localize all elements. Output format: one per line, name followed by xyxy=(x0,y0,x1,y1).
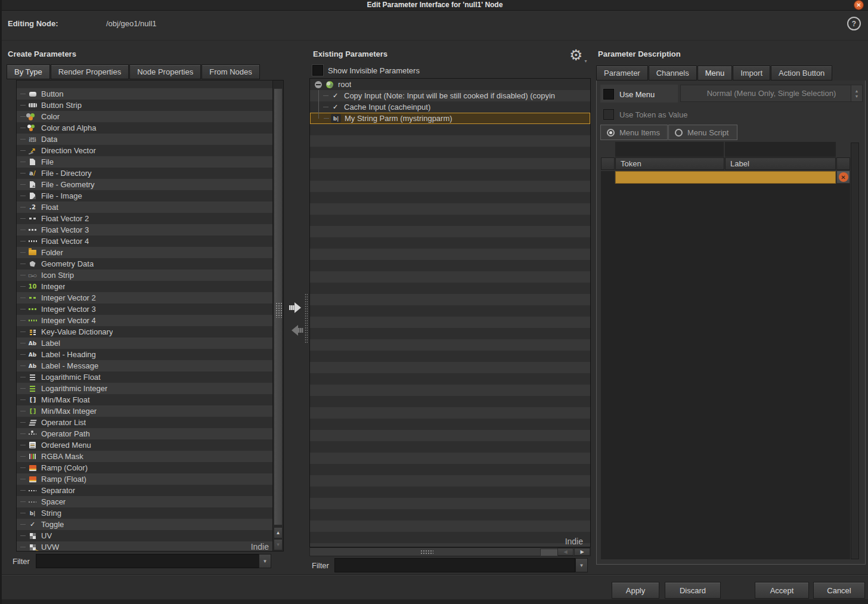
type-item-file-geometry[interactable]: File - Geometry xyxy=(17,179,274,190)
menu-item-row-selected[interactable] xyxy=(615,171,836,184)
tab-channels[interactable]: Channels xyxy=(649,66,697,80)
menu-script-radio[interactable]: Menu Script xyxy=(668,125,737,140)
type-item-data[interactable]: Data xyxy=(17,134,274,145)
type-item-integer-vector-4[interactable]: Integer Vector 4 xyxy=(17,315,274,326)
partial-scrolled-row[interactable] xyxy=(17,80,274,88)
type-item-float-vector-2[interactable]: Float Vector 2 xyxy=(17,213,274,224)
type-item-float-vector-3[interactable]: Float Vector 3 xyxy=(17,224,274,236)
type-item-folder[interactable]: Folder xyxy=(17,247,274,258)
tab-import[interactable]: Import xyxy=(733,66,770,80)
type-item-label-heading[interactable]: Label - Heading xyxy=(17,349,274,360)
help-icon[interactable]: ? xyxy=(847,17,861,30)
type-item-min-max-float[interactable]: Min/Max Float xyxy=(17,394,274,405)
type-item-rgba-mask[interactable]: RGBA Mask xyxy=(17,451,274,462)
middle-filter-dropdown-icon[interactable]: ▼ xyxy=(575,558,588,572)
type-item-color-and-alpha[interactable]: Color and Alpha xyxy=(17,122,274,134)
tree-connector xyxy=(20,173,26,174)
type-item-toggle[interactable]: Toggle xyxy=(17,519,274,530)
middle-filter-input[interactable] xyxy=(334,558,575,572)
type-item-label-message[interactable]: Label - Message xyxy=(17,360,274,371)
use-menu-label: Use Menu xyxy=(619,90,655,99)
left-filter-input[interactable] xyxy=(36,554,259,568)
collapse-icon[interactable] xyxy=(315,81,322,88)
close-icon[interactable]: ✕ xyxy=(854,1,863,10)
menu-items-radio[interactable]: Menu Items xyxy=(600,125,668,140)
scroll-right-icon[interactable]: ▶ xyxy=(574,548,590,556)
existing-parm-copy-input[interactable]: Copy Input (Note: Input will be still co… xyxy=(310,90,590,101)
buttonstrip-icon xyxy=(27,101,38,110)
type-item-ramp-float[interactable]: Ramp (Float) xyxy=(17,473,274,485)
existing-parm-my-string-parm[interactable]: My String Parm (mystringparm) xyxy=(310,113,590,124)
tab-from-nodes[interactable]: From Nodes xyxy=(202,64,260,79)
tree-root-row[interactable]: root xyxy=(310,79,590,90)
show-invisible-checkbox[interactable] xyxy=(312,65,323,76)
type-item-integer[interactable]: Integer xyxy=(17,281,274,292)
type-item-logarithmic-integer[interactable]: Logarithmic Integer xyxy=(17,383,274,394)
scroll-left-icon[interactable]: ◀ xyxy=(557,548,574,556)
type-item-ordered-menu[interactable]: Ordered Menu xyxy=(17,439,274,451)
type-item-key-value-dictionary[interactable]: Key-Value Dictionary xyxy=(17,326,274,337)
type-item-operator-path[interactable]: Operator Path xyxy=(17,428,274,439)
type-item-button-strip[interactable]: Button Strip xyxy=(17,100,274,111)
table-corner-cell xyxy=(836,157,850,170)
menu-type-dropdown[interactable]: Normal (Menu Only, Single Selection) ▲▼ xyxy=(680,85,863,102)
type-item-spacer[interactable]: Spacer xyxy=(17,496,274,507)
move-left-arrow-icon[interactable] xyxy=(289,325,303,336)
type-item-operator-list[interactable]: Operator List xyxy=(17,417,274,428)
type-item-integer-vector-3[interactable]: Integer Vector 3 xyxy=(17,303,274,315)
type-item-float-vector-4[interactable]: Float Vector 4 xyxy=(17,236,274,247)
type-item-icon-strip[interactable]: Icon Strip xyxy=(17,270,274,281)
type-item-color[interactable]: Color xyxy=(17,111,274,122)
left-filter-dropdown-icon[interactable]: ▼ xyxy=(259,554,271,568)
type-item-string[interactable]: String xyxy=(17,507,274,519)
type-item-file-image[interactable]: File - Image xyxy=(17,190,274,202)
type-item-uv[interactable]: UV xyxy=(17,530,274,541)
existing-parm-cache-input[interactable]: Cache Input (cacheinput) xyxy=(310,101,590,113)
token-column-header: Token xyxy=(615,157,724,170)
type-item-logarithmic-float[interactable]: Logarithmic Float xyxy=(17,371,274,383)
move-right-arrow-icon[interactable] xyxy=(289,302,303,313)
uv-icon xyxy=(27,531,38,540)
table-scrollbar[interactable] xyxy=(851,143,859,559)
delete-row-button[interactable]: ✕ xyxy=(836,171,850,184)
type-item-separator[interactable]: Separator xyxy=(17,485,274,496)
cancel-button[interactable]: Cancel xyxy=(813,582,865,599)
tab-menu[interactable]: Menu xyxy=(698,66,733,80)
left-scrollbar-thumb[interactable] xyxy=(274,88,283,525)
type-item-geometry-data[interactable]: Geometry Data xyxy=(17,258,274,270)
use-menu-checkbox[interactable] xyxy=(603,89,614,100)
type-item-float[interactable]: Float xyxy=(17,202,274,213)
tab-action-button[interactable]: Action Button xyxy=(771,66,832,80)
type-item-direction-vector[interactable]: Direction Vector xyxy=(17,145,274,156)
panel-splitter-grip[interactable] xyxy=(305,293,308,343)
existing-parameters-tree: root Copy Input (Note: Input will be sti… xyxy=(309,78,591,547)
type-item-file-directory[interactable]: File - Directory xyxy=(17,168,274,179)
scroll-up-icon[interactable]: ▲ xyxy=(274,527,283,538)
tab-render-properties[interactable]: Render Properties xyxy=(51,64,129,79)
tree-root-label: root xyxy=(338,80,351,89)
accept-button[interactable]: Accept xyxy=(755,582,809,599)
type-item-label[interactable]: Label xyxy=(17,337,274,349)
use-token-checkbox[interactable] xyxy=(603,109,614,120)
right-tabs: Parameter Channels Menu Import Action Bu… xyxy=(596,66,832,80)
gear-icon[interactable]: ⚙▾ xyxy=(569,48,582,63)
type-item-ramp-color[interactable]: Ramp (Color) xyxy=(17,462,274,473)
rgbamask-icon xyxy=(27,452,38,461)
type-item-button[interactable]: Button xyxy=(17,88,274,100)
tab-by-type[interactable]: By Type xyxy=(7,64,50,79)
apply-button[interactable]: Apply xyxy=(612,582,659,599)
tab-parameter[interactable]: Parameter xyxy=(596,66,648,80)
discard-button[interactable]: Discard xyxy=(665,582,721,599)
tab-node-properties[interactable]: Node Properties xyxy=(129,64,201,79)
toggle-icon xyxy=(330,91,340,100)
type-item-uvw[interactable]: UVW xyxy=(17,541,274,552)
type-item-min-max-integer[interactable]: Min/Max Integer xyxy=(17,405,274,417)
type-item-integer-vector-2[interactable]: Integer Vector 2 xyxy=(17,292,274,303)
type-item-file[interactable]: File xyxy=(17,156,274,168)
scroll-down-icon[interactable]: ▼ xyxy=(274,539,283,550)
kvdict-icon xyxy=(27,327,38,336)
left-list-scrollbar[interactable]: ▲ ▼ xyxy=(272,80,283,551)
h-scrollbar-thumb[interactable] xyxy=(540,549,558,556)
middle-h-scrollbar[interactable]: ◀ ▶ xyxy=(309,547,591,556)
tree-connector xyxy=(20,456,26,457)
